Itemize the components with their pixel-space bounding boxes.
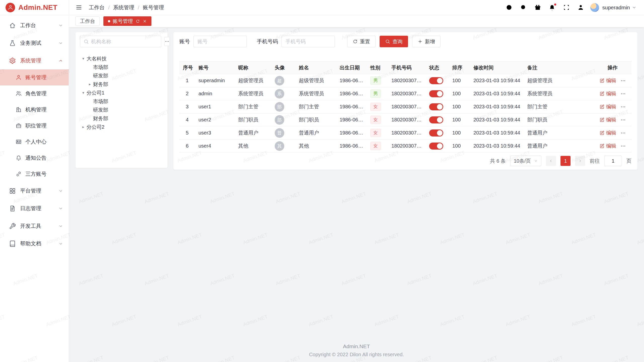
status-toggle[interactable] [429,129,443,137]
search-button[interactable]: 查询 [380,36,408,47]
table-row[interactable]: 6user4其他其其他1986-06-28女180200307201002023… [179,140,631,153]
tree-node[interactable]: 研发部 [80,71,163,80]
chevron-down-icon[interactable] [632,5,636,10]
tree-node[interactable]: ▾分公司1 [80,88,163,97]
status-toggle[interactable] [429,103,443,110]
app-logo[interactable]: Admin.NET [0,0,69,15]
cell-avatar: 系 [271,87,295,100]
sidebar-item-system-manage[interactable]: 系统管理 [0,52,69,69]
status-toggle[interactable] [429,116,443,123]
edit-button[interactable]: 编辑 [599,103,616,110]
search-icon[interactable] [520,4,527,11]
sidebar-item-personal-center[interactable]: 个人中心 [0,134,69,150]
row-more-button[interactable] [620,143,626,149]
sidebar-item-log-manage[interactable]: 日志管理 [0,200,69,217]
prev-page-button[interactable] [546,156,556,166]
row-more-button[interactable] [620,78,626,83]
edit-button[interactable]: 编辑 [599,116,616,123]
breadcrumb-item[interactable]: 系统管理 [113,4,134,11]
page-unit-label: 页 [626,158,631,164]
menu-collapse-icon[interactable] [75,4,82,11]
tree-more-button[interactable] [164,37,170,46]
font-size-icon[interactable] [491,4,498,11]
home-icon [9,22,16,29]
org-tree: ▾大名科技市场部研发部▸财务部▾分公司1市场部研发部财务部▸分公司2 [80,54,163,131]
status-toggle[interactable] [429,143,443,150]
tab-refresh-icon[interactable] [136,19,140,23]
sidebar-item-workbench[interactable]: 工作台 [0,17,69,34]
tree-node[interactable]: 市场部 [80,63,163,71]
table-header-row: 序号账号昵称头像姓名出生日期性别手机号码状态排序修改时间备注操作 [179,62,631,74]
profile-icon[interactable] [577,4,584,11]
row-avatar: 其 [275,141,284,151]
row-more-button[interactable] [620,130,626,136]
user-avatar[interactable] [590,3,599,12]
cell-avatar: 超 [271,74,295,87]
tree-node[interactable]: 财务部 [80,114,163,123]
status-toggle[interactable] [429,90,443,97]
table-row[interactable]: 2admin系统管理员系系统管理员1986-06-28男180200307201… [179,87,631,100]
tab-account-manage[interactable]: 账号管理 [103,16,151,26]
account-input[interactable] [193,36,247,47]
filter-bar: 账号 手机号码 重置 查询 新增 [179,36,631,47]
main-area: 工作台/系统管理/账号管理 superadmin 工作台账号管理 ▾大名科技市场… [69,0,644,362]
sidebar-item-business-test[interactable]: 业务测试 [0,34,69,52]
sidebar-item-platform-manage[interactable]: 平台管理 [0,182,69,200]
edit-label: 编辑 [606,116,616,123]
pagination-total: 共 6 条 [490,158,506,164]
table-row[interactable]: 1superadmin超级管理员超超级管理员1986-06-28男1802003… [179,74,631,87]
column-header: 备注 [524,62,594,74]
add-button[interactable]: 新增 [412,36,440,47]
sidebar-item-role-manage[interactable]: 角色管理 [0,85,69,102]
row-more-button[interactable] [620,91,626,97]
breadcrumb-item[interactable]: 工作台 [89,4,105,11]
row-more-button[interactable] [620,117,626,123]
username[interactable]: superadmin [602,5,630,11]
tree-node[interactable]: 研发部 [80,106,163,114]
notification-bell-icon[interactable] [549,4,555,11]
phone-input[interactable] [281,36,335,47]
reset-button[interactable]: 重置 [347,36,376,47]
page-1-button[interactable]: 1 [560,156,571,166]
tree-node[interactable]: ▸分公司2 [80,123,163,131]
sidebar-item-third-account[interactable]: 三方账号 [0,166,69,182]
edit-button[interactable]: 编辑 [599,143,616,149]
edit-button[interactable]: 编辑 [599,90,616,97]
page-size-select[interactable]: 10条/页 [510,156,541,166]
next-page-button[interactable] [575,156,585,166]
sidebar-item-help-docs[interactable]: 帮助文档 [0,235,69,252]
cell-nickname: 部门主管 [235,100,271,113]
cell-status [426,100,449,113]
sidebar-item-account-manage[interactable]: 账号管理 [0,69,69,85]
theme-icon[interactable] [534,4,541,11]
caret-down-icon: ▾ [80,56,87,61]
tree-node[interactable]: ▾大名科技 [80,54,163,63]
tree-node[interactable]: ▸财务部 [80,80,163,88]
breadcrumb-item[interactable]: 账号管理 [143,4,164,11]
fullscreen-icon[interactable] [563,4,570,11]
table-row[interactable]: 4user2部门职员部部门职员1986-06-28女18020030720100… [179,113,631,126]
cell-phone: 18020030720 [388,100,426,113]
cell-phone: 18020030720 [388,113,426,126]
goto-page-input[interactable] [604,156,622,166]
sidebar-item-notice[interactable]: 通知公告 [0,150,69,166]
tab-close-icon[interactable] [143,19,147,23]
sidebar-item-position-manage[interactable]: 职位管理 [0,118,69,134]
row-more-button[interactable] [620,104,626,110]
cell-nickname: 超级管理员 [235,74,271,87]
tree-node[interactable]: 市场部 [80,97,163,106]
sidebar-item-org-manage[interactable]: 机构管理 [0,102,69,118]
sidebar-item-dev-tools[interactable]: 开发工具 [0,217,69,235]
globe-icon[interactable] [506,4,512,11]
pagination: 共 6 条 10条/页 1 前往 页 [179,153,631,170]
tab-workbench[interactable]: 工作台 [75,16,100,26]
edit-button[interactable]: 编辑 [599,129,616,136]
table-row[interactable]: 3user1部门主管部部门主管1986-06-28女18020030720100… [179,100,631,113]
org-name-input[interactable] [91,39,158,44]
cell-account: user1 [195,100,235,113]
status-toggle[interactable] [429,77,443,84]
table-row[interactable]: 5user3普通用户普普通用户1986-06-28女18020030720100… [179,126,631,140]
cell-status [426,113,449,126]
edit-button[interactable]: 编辑 [599,77,616,84]
chevron-down-icon [58,23,63,28]
